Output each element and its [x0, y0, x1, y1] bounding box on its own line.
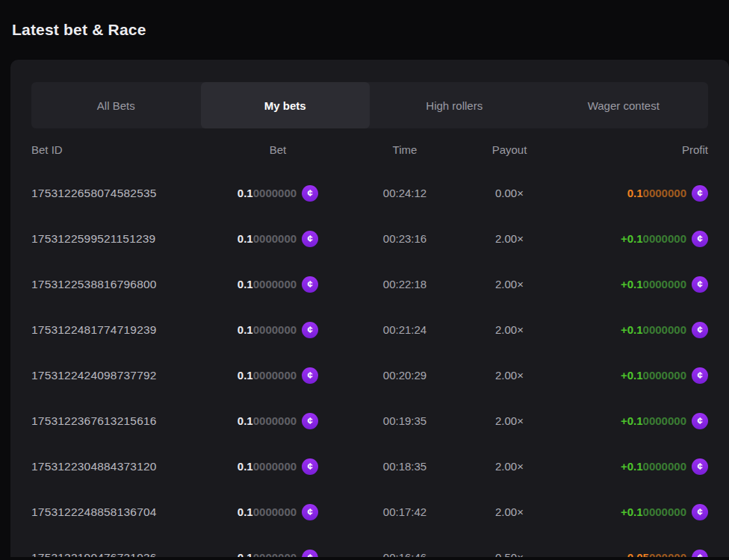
profit-trailing-zeros: 0000000	[643, 187, 686, 199]
coin-icon: ¢	[692, 276, 708, 293]
profit-significant: +0.1	[621, 460, 643, 473]
coin-icon: ¢	[692, 185, 708, 202]
bet-time: 00:23:16	[349, 232, 461, 245]
coin-icon: ¢	[302, 367, 318, 384]
tab-bar: All Bets My bets High rollers Wager cont…	[31, 82, 708, 128]
coin-icon: ¢	[692, 504, 708, 520]
bet-amount-trailing-zeros: 0000000	[253, 187, 297, 199]
bet-amount: 0.10000000 ¢	[207, 458, 349, 475]
coin-icon: ¢	[302, 458, 318, 475]
table-row[interactable]: 1753122481774719239 0.10000000 ¢ 00:21:2…	[31, 307, 708, 352]
page-header: Latest bet & Race	[0, 0, 729, 60]
bet-profit: +0.10000000 ¢	[558, 458, 708, 475]
bet-time: 00:24:12	[349, 187, 461, 199]
coin-icon: ¢	[302, 322, 318, 338]
bet-amount-trailing-zeros: 0000000	[253, 232, 297, 245]
coin-icon: ¢	[692, 458, 708, 475]
table-row[interactable]: 1753122190476731936 0.10000000 ¢ 00:16:4…	[31, 535, 708, 557]
bet-amount-significant: 0.1	[238, 232, 253, 245]
table-row[interactable]: 1753122248858136704 0.10000000 ¢ 00:17:4…	[31, 489, 708, 535]
bet-time: 00:20:29	[349, 369, 461, 382]
table-row[interactable]: 1753122367613215616 0.10000000 ¢ 00:19:3…	[31, 398, 708, 444]
bet-amount: 0.10000000 ¢	[207, 322, 349, 338]
bet-id: 1753122481774719239	[31, 323, 207, 337]
bet-payout: 2.00×	[461, 369, 558, 382]
coin-icon: ¢	[302, 550, 318, 558]
profit-trailing-zeros: 0000000	[643, 460, 686, 473]
table-row[interactable]: 1753122658074582535 0.10000000 ¢ 00:24:1…	[31, 170, 708, 216]
profit-trailing-zeros: 0000000	[643, 505, 686, 518]
table-row[interactable]: 1753122304884373120 0.10000000 ¢ 00:18:3…	[31, 444, 708, 489]
bet-amount-significant: 0.1	[238, 551, 253, 557]
coin-icon: ¢	[302, 276, 318, 293]
profit-significant: +0.1	[621, 505, 643, 518]
bet-time: 00:18:35	[349, 460, 461, 473]
tab-my-bets[interactable]: My bets	[201, 82, 370, 128]
bet-amount: 0.10000000 ¢	[207, 550, 349, 558]
coin-icon: ¢	[692, 550, 708, 558]
tab-all-bets[interactable]: All Bets	[31, 82, 201, 128]
bet-id: 1753122599521151239	[31, 232, 207, 246]
profit-significant: +0.1	[621, 369, 643, 382]
bet-amount-significant: 0.1	[238, 414, 253, 427]
table-row[interactable]: 1753122538816796800 0.10000000 ¢ 00:22:1…	[31, 261, 708, 307]
bet-amount: 0.10000000 ¢	[207, 413, 349, 429]
profit-trailing-zeros: 0000000	[643, 232, 686, 245]
bet-amount: 0.10000000 ¢	[207, 185, 349, 202]
profit-significant: +0.1	[621, 232, 643, 245]
bet-id: 1753122367613215616	[31, 414, 207, 428]
coin-icon: ¢	[692, 367, 708, 384]
column-header-bet-id: Bet ID	[31, 143, 207, 156]
bet-amount-significant: 0.1	[238, 505, 253, 518]
coin-icon: ¢	[692, 231, 708, 247]
bet-profit: +0.10000000 ¢	[558, 367, 708, 384]
bet-payout: 0.00×	[461, 187, 558, 199]
profit-significant: 0.1	[627, 187, 643, 199]
column-header-payout: Payout	[461, 143, 558, 156]
bet-id: 1753122304884373120	[31, 460, 207, 473]
bet-profit: +0.10000000 ¢	[558, 322, 708, 338]
bet-profit: 0.10000000 ¢	[558, 185, 708, 202]
bet-id: 1753122424098737792	[31, 369, 207, 382]
column-header-bet: Bet	[207, 143, 349, 156]
table-row[interactable]: 1753122599521151239 0.10000000 ¢ 00:23:1…	[31, 216, 708, 261]
bet-time: 00:19:35	[349, 414, 461, 427]
bet-amount-significant: 0.1	[238, 369, 253, 382]
bet-profit: +0.10000000 ¢	[558, 231, 708, 247]
bet-id: 1753122658074582535	[31, 187, 207, 200]
bet-amount-trailing-zeros: 0000000	[253, 323, 297, 336]
tab-high-rollers[interactable]: High rollers	[370, 82, 539, 128]
bet-id: 1753122248858136704	[31, 505, 207, 519]
bet-payout: 2.00×	[461, 414, 558, 427]
column-header-profit: Profit	[558, 143, 708, 156]
profit-trailing-zeros: 0000000	[643, 323, 686, 336]
bet-amount-trailing-zeros: 0000000	[253, 551, 297, 557]
bet-amount-trailing-zeros: 0000000	[253, 278, 297, 290]
bet-amount-trailing-zeros: 0000000	[253, 460, 297, 473]
profit-significant: 0.05	[627, 551, 649, 557]
bet-time: 00:16:46	[349, 551, 461, 557]
bet-profit: +0.10000000 ¢	[558, 413, 708, 429]
bet-amount-significant: 0.1	[238, 323, 253, 336]
tab-label: All Bets	[97, 99, 135, 112]
bet-amount: 0.10000000 ¢	[207, 231, 349, 247]
coin-icon: ¢	[302, 504, 318, 520]
bet-payout: 2.00×	[461, 278, 558, 290]
bets-panel: All Bets My bets High rollers Wager cont…	[10, 60, 729, 557]
bet-time: 00:22:18	[349, 278, 461, 290]
bet-amount-significant: 0.1	[238, 187, 253, 199]
bet-amount: 0.10000000 ¢	[207, 276, 349, 293]
bet-payout: 2.00×	[461, 460, 558, 473]
bet-id: 1753122538816796800	[31, 278, 207, 291]
bet-amount: 0.10000000 ¢	[207, 504, 349, 520]
tab-wager-contest[interactable]: Wager contest	[539, 82, 709, 128]
coin-icon: ¢	[302, 231, 318, 247]
bet-payout: 0.50×	[461, 551, 558, 557]
bet-id: 1753122190476731936	[31, 551, 207, 558]
bet-amount-trailing-zeros: 0000000	[253, 414, 297, 427]
profit-trailing-zeros: 0000000	[643, 278, 686, 290]
table-row[interactable]: 1753122424098737792 0.10000000 ¢ 00:20:2…	[31, 352, 708, 398]
profit-significant: +0.1	[621, 414, 643, 427]
page-title: Latest bet & Race	[12, 21, 146, 39]
bet-amount-significant: 0.1	[238, 278, 253, 290]
